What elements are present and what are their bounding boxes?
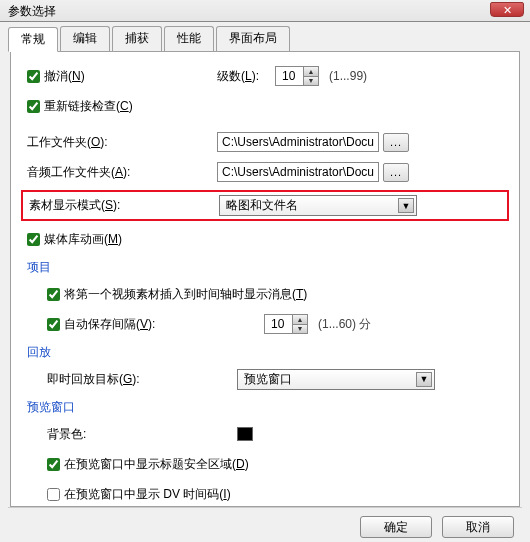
autosave-label: 自动保存间隔(V): xyxy=(64,316,264,333)
levels-value: 10 xyxy=(282,69,295,83)
bgcolor-swatch[interactable] xyxy=(237,427,253,441)
playback-target-value: 预览窗口 xyxy=(244,371,292,388)
spin-down-icon[interactable]: ▼ xyxy=(303,77,318,86)
tab-layout[interactable]: 界面布局 xyxy=(216,26,290,51)
spin-down-icon[interactable]: ▼ xyxy=(292,325,307,334)
cancel-button[interactable]: 取消 xyxy=(442,516,514,538)
safearea-label: 在预览窗口中显示标题安全区域(D) xyxy=(64,456,249,473)
levels-range: (1...99) xyxy=(329,69,367,83)
section-project: 项目 xyxy=(27,259,503,276)
displaymode-combo[interactable]: 略图和文件名 ▼ xyxy=(219,195,417,216)
displaymode-row-highlight: 素材显示模式(S): 略图和文件名 ▼ xyxy=(21,190,509,221)
ok-button[interactable]: 确定 xyxy=(360,516,432,538)
relink-label: 重新链接检查(C) xyxy=(44,98,133,115)
close-button[interactable]: ✕ xyxy=(490,2,524,17)
tab-strip: 常规 编辑 捕获 性能 界面布局 撤消(N) 级数(L): 10 ▲▼ (1..… xyxy=(0,22,530,542)
displaymode-label: 素材显示模式(S): xyxy=(29,197,120,214)
dvtime-label: 在预览窗口中显示 DV 时间码(I) xyxy=(64,486,231,503)
chevron-down-icon[interactable]: ▼ xyxy=(398,198,414,213)
titlebar: 参数选择 ✕ xyxy=(0,0,530,22)
levels-spinner[interactable]: 10 ▲▼ xyxy=(275,66,319,86)
audiofolder-browse-button[interactable]: ... xyxy=(383,163,409,182)
tab-general[interactable]: 常规 xyxy=(8,27,58,52)
tab-pane-general: 撤消(N) 级数(L): 10 ▲▼ (1...99) 重新链接检查(C) 工作… xyxy=(10,51,520,507)
relink-checkbox[interactable] xyxy=(27,100,40,113)
undo-label: 撤消(N) xyxy=(44,68,85,85)
workfolder-label: 工作文件夹(O): xyxy=(27,134,108,151)
audiofolder-label: 音频工作文件夹(A): xyxy=(27,164,130,181)
autosave-range: (1...60) 分 xyxy=(318,316,371,333)
levels-label: 级数(L): xyxy=(217,68,259,85)
mediaanim-checkbox[interactable] xyxy=(27,233,40,246)
autosave-checkbox[interactable] xyxy=(47,318,60,331)
workfolder-input[interactable]: C:\Users\Administrator\Docu xyxy=(217,132,379,152)
playback-target-label: 即时回放目标(G): xyxy=(47,371,237,388)
firstclip-checkbox[interactable] xyxy=(47,288,60,301)
section-playback: 回放 xyxy=(27,344,503,361)
autosave-value: 10 xyxy=(271,317,284,331)
tab-edit[interactable]: 编辑 xyxy=(60,26,110,51)
window-title: 参数选择 xyxy=(8,4,56,18)
spin-up-icon[interactable]: ▲ xyxy=(292,315,307,325)
workfolder-browse-button[interactable]: ... xyxy=(383,133,409,152)
undo-checkbox[interactable] xyxy=(27,70,40,83)
tab-performance[interactable]: 性能 xyxy=(164,26,214,51)
playback-target-combo[interactable]: 预览窗口 ▼ xyxy=(237,369,435,390)
spin-up-icon[interactable]: ▲ xyxy=(303,67,318,77)
mediaanim-label: 媒体库动画(M) xyxy=(44,231,122,248)
tab-capture[interactable]: 捕获 xyxy=(112,26,162,51)
safearea-checkbox[interactable] xyxy=(47,458,60,471)
section-preview: 预览窗口 xyxy=(27,399,503,416)
autosave-spinner[interactable]: 10 ▲▼ xyxy=(264,314,308,334)
firstclip-label: 将第一个视频素材插入到时间轴时显示消息(T) xyxy=(64,286,307,303)
displaymode-value: 略图和文件名 xyxy=(226,197,298,214)
bgcolor-label: 背景色: xyxy=(47,426,237,443)
dialog-footer: 确定 取消 xyxy=(8,507,522,542)
dvtime-checkbox[interactable] xyxy=(47,488,60,501)
chevron-down-icon[interactable]: ▼ xyxy=(416,372,432,387)
audiofolder-input[interactable]: C:\Users\Administrator\Docu xyxy=(217,162,379,182)
